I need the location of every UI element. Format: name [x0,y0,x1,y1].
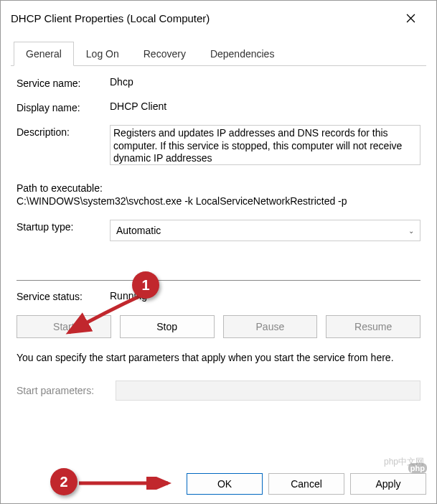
service-name-row: Service name: Dhcp [17,76,420,89]
annotation-callout-2: 2 [50,468,77,495]
tab-bar: General Log On Recovery Dependencies [11,41,426,66]
display-name-row: Display name: DHCP Client [17,101,420,113]
description-textbox[interactable]: Registers and updates IP addresses and D… [110,125,420,165]
description-label: Description: [17,125,110,138]
apply-button[interactable]: Apply [350,473,426,495]
content-area: General Log On Recovery Dependencies Ser… [1,35,436,465]
description-row: Description: Registers and updates IP ad… [17,125,420,165]
path-value: C:\WINDOWS\system32\svchost.exe -k Local… [17,195,420,207]
close-icon [406,14,415,23]
tab-log-on[interactable]: Log On [74,42,131,66]
startup-type-select[interactable]: Automatic ⌄ [110,220,420,241]
ok-button[interactable]: OK [187,473,263,495]
path-label: Path to executable: [17,182,420,194]
cancel-button[interactable]: Cancel [268,473,344,495]
annotation-arrow-1 [62,291,146,340]
window-title: DHCP Client Properties (Local Computer) [11,12,210,24]
display-name-label: Display name: [17,101,110,113]
titlebar: DHCP Client Properties (Local Computer) [1,1,436,35]
tab-general[interactable]: General [14,42,74,66]
tab-dependencies[interactable]: Dependencies [198,42,287,66]
service-name-value: Dhcp [110,76,133,88]
general-panel: Service name: Dhcp Display name: DHCP Cl… [11,66,426,459]
resume-button: Resume [326,315,420,338]
path-section: Path to executable: C:\WINDOWS\system32\… [17,182,420,207]
annotation-arrow-2 [77,477,175,490]
annotation-callout-1: 1 [132,271,159,299]
start-params-label: Start parameters: [17,385,111,396]
php-badge: php [408,461,427,474]
display-name-value: DHCP Client [110,101,166,112]
properties-window: DHCP Client Properties (Local Computer) … [0,0,437,504]
service-name-label: Service name: [17,76,110,89]
start-params-row: Start parameters: [17,381,420,401]
startup-type-label: Startup type: [17,220,110,233]
start-params-input [116,381,420,401]
startup-type-row: Startup type: Automatic ⌄ [17,220,420,241]
close-button[interactable] [395,8,426,28]
tab-recovery[interactable]: Recovery [131,42,198,66]
divider [17,280,420,281]
pause-button: Pause [223,315,318,338]
chevron-down-icon: ⌄ [408,227,414,235]
start-params-hint: You can specify the start parameters tha… [17,351,420,365]
startup-type-value: Automatic [116,225,161,236]
